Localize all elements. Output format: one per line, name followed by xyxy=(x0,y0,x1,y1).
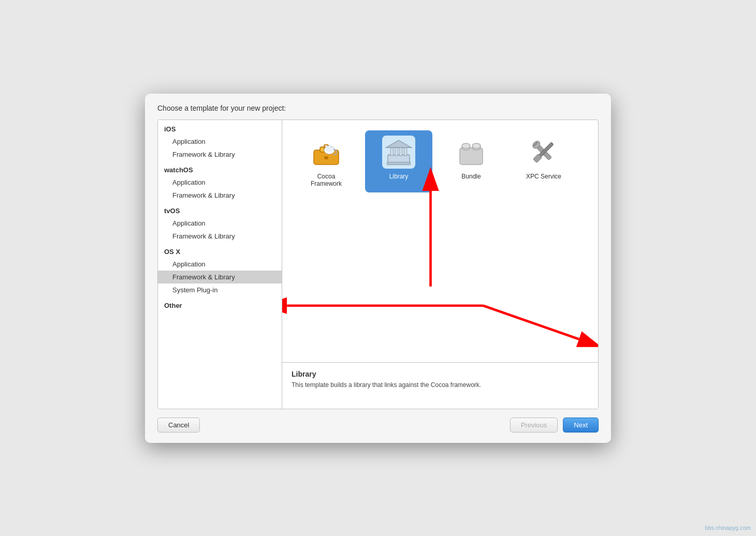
svg-point-22 xyxy=(472,143,481,148)
library-label: Library xyxy=(389,173,409,180)
next-button[interactable]: Next xyxy=(563,418,599,433)
template-xpc-service[interactable]: XPC Service xyxy=(510,130,577,192)
sidebar-item-ios-framework[interactable]: Framework & Library xyxy=(158,148,282,161)
svg-rect-18 xyxy=(460,148,483,165)
svg-rect-11 xyxy=(388,155,410,163)
description-panel: Library This template builds a library t… xyxy=(282,362,598,409)
sidebar-item-tvos-application[interactable]: Application xyxy=(158,217,282,230)
svg-rect-15 xyxy=(404,147,407,156)
previous-button[interactable]: Previous xyxy=(510,418,558,433)
template-bundle[interactable]: Bundle xyxy=(438,130,505,192)
sidebar-item-watchos-framework[interactable]: Framework & Library xyxy=(158,189,282,202)
sidebar-section-other: Other xyxy=(158,296,282,311)
bundle-label: Bundle xyxy=(461,173,481,180)
svg-rect-10 xyxy=(324,156,328,159)
description-title: Library xyxy=(292,370,589,378)
sidebar-item-watchos-application[interactable]: Application xyxy=(158,176,282,189)
sidebar-item-ios-application[interactable]: Application xyxy=(158,135,282,148)
svg-rect-17 xyxy=(387,162,411,165)
sidebar-section-watchos: watchOS xyxy=(158,161,282,176)
description-text: This template builds a library that link… xyxy=(292,381,589,389)
template-cocoa-framework[interactable]: CocoaFramework xyxy=(293,130,360,192)
template-grid: CocoaFramework xyxy=(282,120,598,362)
template-library[interactable]: Library xyxy=(365,130,432,192)
navigation-buttons: Previous Next xyxy=(510,418,599,433)
cocoa-framework-label: CocoaFramework xyxy=(311,173,342,187)
watermark: bbs.chinapyg.com xyxy=(705,525,751,531)
cancel-button[interactable]: Cancel xyxy=(157,418,200,433)
svg-point-9 xyxy=(325,146,333,152)
right-panel: CocoaFramework xyxy=(282,120,598,409)
sidebar: iOS Application Framework & Library watc… xyxy=(158,120,282,409)
svg-point-21 xyxy=(462,143,470,148)
dialog-title: Choose a template for your new project: xyxy=(157,104,599,112)
cocoa-framework-icon xyxy=(310,136,343,169)
sidebar-section-tvos: tvOS xyxy=(158,202,282,217)
svg-marker-16 xyxy=(386,140,412,147)
svg-rect-14 xyxy=(400,147,402,156)
dialog-footer: Cancel Previous Next xyxy=(157,418,599,433)
sidebar-item-osx-application[interactable]: Application xyxy=(158,258,282,271)
svg-rect-12 xyxy=(390,147,393,156)
sidebar-item-osx-plugin[interactable]: System Plug-in xyxy=(158,284,282,296)
xpc-service-label: XPC Service xyxy=(526,173,561,180)
sidebar-section-ios: iOS xyxy=(158,120,282,135)
new-project-dialog: Choose a template for your new project: … xyxy=(145,94,611,443)
sidebar-section-osx: OS X xyxy=(158,243,282,258)
sidebar-item-osx-framework[interactable]: Framework & Library xyxy=(158,271,282,284)
svg-line-3 xyxy=(483,305,579,339)
sidebar-item-tvos-framework[interactable]: Framework & Library xyxy=(158,230,282,243)
library-icon xyxy=(382,136,415,169)
xpc-service-icon xyxy=(527,136,560,169)
bundle-icon xyxy=(455,136,488,169)
svg-rect-13 xyxy=(395,147,398,156)
main-content: iOS Application Framework & Library watc… xyxy=(157,120,599,409)
